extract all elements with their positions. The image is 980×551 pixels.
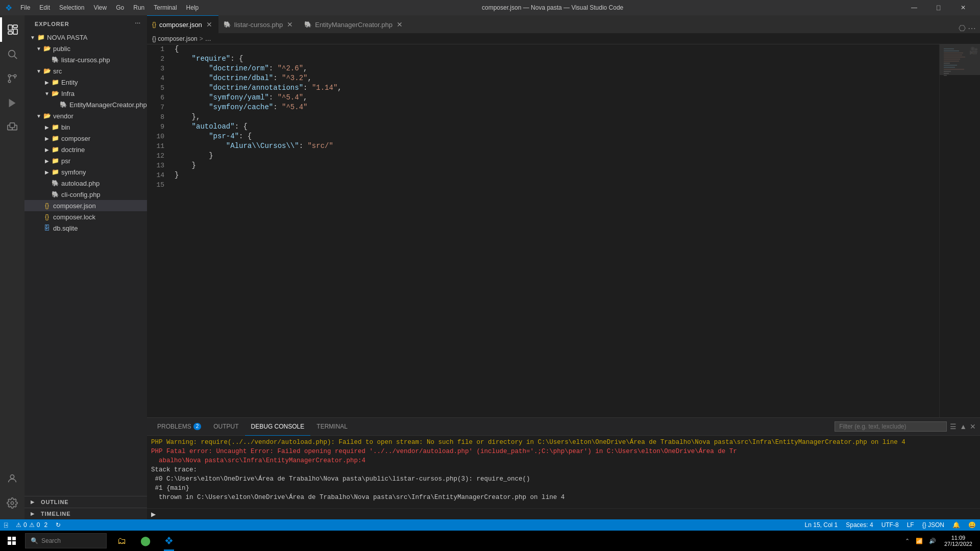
menu-help[interactable]: Help [182, 3, 203, 12]
sidebar-item-cli-config[interactable]: 🐘 cli-config.php [24, 189, 147, 200]
start-button[interactable] [0, 531, 23, 551]
warning-count: 0 [37, 521, 40, 529]
sidebar-item-psr[interactable]: ▶ 📁 psr [24, 155, 147, 166]
minimize-button[interactable]: — [902, 0, 926, 15]
panel-list-icon[interactable]: ☰ [950, 422, 957, 431]
sidebar-item-doctrine[interactable]: ▶ 📁 doctrine [24, 144, 147, 155]
menu-selection[interactable]: Selection [55, 3, 88, 12]
status-encoding[interactable]: UTF-8 [877, 519, 903, 531]
sidebar-item-entitymanager[interactable]: 🐘 EntityManagerCreator.php [24, 99, 147, 110]
panel-tab-debug-console[interactable]: DEBUG CONSOLE [245, 418, 311, 436]
sidebar-item-composer-folder[interactable]: ▶ 📁 composer [24, 133, 147, 144]
taskbar-vscode[interactable]: ❖ [158, 531, 180, 551]
panel-collapse-icon[interactable]: ▲ [960, 422, 967, 431]
menu-go[interactable]: Go [112, 3, 128, 12]
outline-header[interactable]: ▶ OUTLINE [24, 496, 147, 508]
sidebar-item-composer-lock[interactable]: {} composer.lock [24, 211, 147, 222]
sidebar-item-db-sqlite[interactable]: 🗄 db.sqlite [24, 222, 147, 234]
svg-rect-22 [944, 63, 950, 64]
status-spaces[interactable]: Spaces: 4 [842, 519, 877, 531]
breadcrumb-file[interactable]: {} composer.json [152, 35, 198, 42]
sidebar-root-folder[interactable]: ▼ 📁 NOVA PASTA [24, 32, 147, 43]
sidebar-item-vendor[interactable]: ▼ 📂 vendor [24, 110, 147, 121]
tab-close-icon[interactable]: ✕ [286, 20, 294, 29]
taskbar-file-explorer[interactable]: 🗂 [111, 531, 133, 551]
taskbar-show-desktop[interactable] [977, 531, 980, 551]
tab-actions: ⎔ ⋯ [954, 23, 980, 33]
taskbar-network[interactable]: 📶 [913, 531, 926, 551]
feedback-icon: 😀 [968, 521, 976, 529]
panel-tab-terminal[interactable]: TERMINAL [310, 418, 354, 436]
spacer-icon [51, 101, 59, 109]
menu-edit[interactable]: Edit [35, 3, 54, 12]
taskbar-clock[interactable]: 11:09 27/12/2022 [939, 531, 977, 551]
php-file-icon: 🐘 [51, 56, 59, 64]
settings-icon[interactable] [0, 491, 24, 515]
json-file-icon: {} [43, 213, 51, 221]
sidebar-item-public[interactable]: ▼ 📂 public [24, 43, 147, 54]
sidebar-item-infra[interactable]: ▼ 📂 Infra [24, 88, 147, 99]
tab-composer-json[interactable]: {} composer.json ✕ [147, 15, 218, 33]
status-eol[interactable]: LF [903, 519, 918, 531]
status-sync[interactable]: ↻ [52, 519, 65, 531]
menu-view[interactable]: View [89, 3, 111, 12]
folder-closed-icon: 📁 [51, 145, 59, 154]
sidebar-item-src[interactable]: ▼ 📂 src [24, 65, 147, 77]
code-editor[interactable]: 1 { 2 "require": { 3 "doctrine/orm": "^2… [147, 44, 939, 417]
taskbar-search[interactable]: 🔍 Search [25, 533, 107, 548]
panel-tab-problems-label: PROBLEMS [157, 423, 191, 430]
status-language[interactable]: {} JSON [918, 519, 948, 531]
tab-close-icon[interactable]: ✕ [205, 20, 213, 29]
menu-terminal[interactable]: Terminal [150, 3, 181, 12]
status-feedback[interactable]: 😀 [964, 519, 980, 531]
status-bar: ⍈ ⚠ 0 ⚠ 0 2 ↻ Ln 15, Col 1 Spaces: 4 UT [0, 519, 980, 531]
menu-run[interactable]: Run [129, 3, 149, 12]
line-number: 6 [147, 93, 173, 103]
terminal-input-line: ▶ [147, 508, 980, 519]
panel-filter-input[interactable] [835, 421, 947, 432]
tab-close-icon[interactable]: ✕ [396, 20, 404, 29]
panel-tab-output[interactable]: OUTPUT [207, 418, 244, 436]
status-git-icon[interactable]: ⍈ [0, 519, 12, 531]
account-icon[interactable] [0, 466, 24, 491]
status-eol-label: LF [907, 521, 914, 529]
extensions-icon[interactable] [0, 115, 24, 140]
sidebar-more-icon[interactable]: ⋯ [135, 20, 141, 27]
status-position[interactable]: Ln 15, Col 1 [801, 519, 842, 531]
taskbar-chrome[interactable]: ⬤ [134, 531, 157, 551]
taskbar-chevron[interactable]: ⌃ [902, 531, 913, 551]
minimap-content: 🎥 [940, 44, 980, 152]
menu-file[interactable]: File [16, 3, 34, 12]
folder-collapse-icon: ▼ [43, 89, 51, 97]
sidebar-item-bin[interactable]: ▶ 📁 bin [24, 121, 147, 133]
console-line-1: PHP Warning: require(../../vendor/autolo… [151, 438, 976, 447]
status-errors[interactable]: ⚠ 0 ⚠ 0 2 [12, 519, 52, 531]
maximize-button[interactable]: ⎕ [927, 0, 950, 15]
source-control-icon[interactable] [0, 66, 24, 91]
taskbar-volume[interactable]: 🔊 [926, 531, 939, 551]
line-content: { [173, 44, 939, 54]
sidebar-item-autoload[interactable]: 🐘 autoload.php [24, 178, 147, 189]
sidebar-item-composer-json[interactable]: {} composer.json [24, 200, 147, 211]
sidebar-item-symfony[interactable]: ▶ 📁 symfony [24, 166, 147, 178]
explorer-icon[interactable] [0, 17, 24, 42]
tab-listar-cursos[interactable]: 🐘 listar-cursos.php ✕ [218, 15, 299, 33]
vscode-logo-icon: ❖ [5, 3, 12, 13]
panel-close-icon[interactable]: ✕ [970, 422, 976, 431]
breadcrumb-path[interactable]: … [205, 35, 211, 42]
line-number: 5 [147, 83, 173, 93]
close-button[interactable]: ✕ [951, 0, 975, 15]
terminal-input[interactable] [158, 511, 980, 518]
panel-tab-problems[interactable]: PROBLEMS 2 [151, 418, 207, 436]
error-icon: ⚠ [16, 521, 21, 529]
run-debug-icon[interactable] [0, 91, 24, 115]
status-language-label: {} JSON [922, 521, 944, 529]
status-notifications[interactable]: 🔔 [948, 519, 964, 531]
sidebar-item-entity[interactable]: ▶ 📁 Entity [24, 77, 147, 88]
timeline-header[interactable]: ▶ TIMELINE [24, 508, 147, 519]
search-icon[interactable] [0, 42, 24, 66]
sidebar-item-listar-cursos[interactable]: 🐘 listar-cursos.php [24, 54, 147, 65]
more-tabs-icon[interactable]: ⋯ [968, 23, 976, 33]
split-editor-icon[interactable]: ⎔ [959, 23, 966, 33]
tab-entitymanager[interactable]: 🐘 EntityManagerCreator.php ✕ [299, 15, 409, 33]
